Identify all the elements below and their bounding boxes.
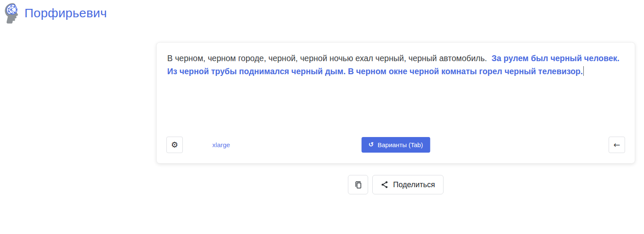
undo-button[interactable]: ← [609, 137, 625, 153]
share-button[interactable]: Поделиться [372, 175, 443, 194]
prompt-text: В черном, черном городе, черной, черной … [167, 54, 489, 63]
share-icon [381, 181, 388, 188]
app-title: Порфирьевич [24, 6, 107, 20]
copy-icon [354, 181, 362, 189]
app-header: Порфирьевич [3, 3, 107, 24]
arrow-left-icon: ← [614, 141, 620, 149]
model-size-link[interactable]: xlarge [212, 141, 230, 149]
share-button-label: Поделиться [393, 180, 435, 189]
gear-icon: ⚙ [171, 141, 178, 149]
settings-button[interactable]: ⚙ [166, 137, 183, 153]
actions-row: Поделиться [156, 175, 635, 194]
editor-controls: ⚙ xlarge ↺ Варианты (Tab) ← [166, 137, 625, 153]
brain-head-logo-icon [3, 3, 21, 24]
variants-button[interactable]: ↺ Варианты (Tab) [361, 137, 430, 153]
text-caret [583, 66, 584, 76]
refresh-ccw-icon: ↺ [369, 142, 374, 148]
copy-button[interactable] [348, 175, 368, 194]
text-editor[interactable]: В черном, черном городе, черной, черной … [167, 52, 624, 78]
editor-card: В черном, черном городе, черной, черной … [156, 42, 635, 164]
variants-button-label: Варианты (Tab) [377, 141, 423, 148]
brain-head-logo-svg [3, 3, 21, 24]
